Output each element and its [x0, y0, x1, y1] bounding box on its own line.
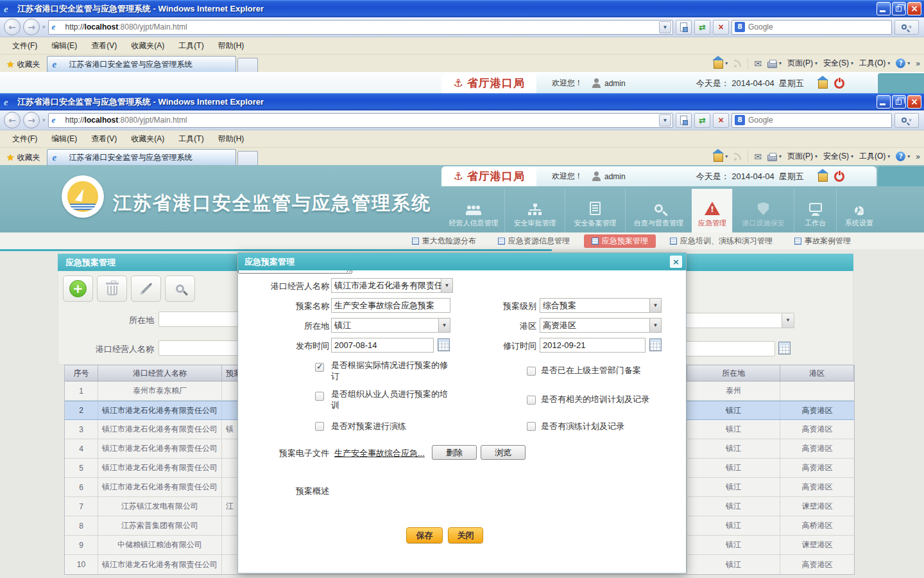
- title-bar[interactable]: e 江苏省港口安全监管与应急管理系统 - Windows Internet Ex…: [0, 93, 924, 110]
- search-box[interactable]: 8: [732, 20, 892, 35]
- url-dropdown-button[interactable]: ▼: [659, 114, 671, 127]
- stop-button[interactable]: ×: [713, 113, 729, 128]
- read-mail-button[interactable]: ✉: [754, 152, 762, 162]
- dropdown-arrow-icon[interactable]: ▼: [649, 319, 661, 332]
- revise-time-input[interactable]: [540, 338, 646, 353]
- back-button[interactable]: ←: [4, 19, 21, 35]
- refresh-button[interactable]: ⇄: [694, 20, 710, 35]
- checkbox-filed-superior[interactable]: [527, 367, 536, 376]
- port-area-select[interactable]: 高资港区▼: [540, 318, 662, 333]
- nav-safety-approval[interactable]: 安全审批管理: [504, 189, 565, 232]
- feeds-button[interactable]: [733, 152, 742, 161]
- overflow-chevron-icon[interactable]: »: [916, 59, 920, 68]
- menu-item[interactable]: 文件(F): [5, 130, 44, 147]
- subnav-emergency-plan[interactable]: 应急预案管理: [584, 234, 656, 248]
- menu-item[interactable]: 编辑(E): [44, 37, 84, 54]
- compatibility-view-button[interactable]: [676, 113, 692, 128]
- history-caret-icon[interactable]: ▾: [42, 117, 46, 123]
- calendar-icon[interactable]: [438, 338, 450, 351]
- minimize-button[interactable]: [877, 2, 891, 15]
- menu-item[interactable]: 帮助(H): [211, 37, 252, 54]
- nav-system-settings[interactable]: 系统设置: [836, 189, 882, 232]
- menu-item[interactable]: 编辑(E): [44, 130, 84, 147]
- forward-button[interactable]: →: [23, 112, 40, 128]
- search-input[interactable]: [748, 22, 889, 31]
- calendar-icon[interactable]: [649, 338, 662, 351]
- url-dropdown-button[interactable]: ▼: [659, 21, 671, 33]
- checkbox-plan-revised[interactable]: [315, 363, 324, 372]
- menu-item[interactable]: 查看(V): [84, 130, 124, 147]
- dialog-close-button[interactable]: ×: [670, 256, 682, 268]
- search-go-button[interactable]: ▾: [894, 113, 919, 128]
- publish-time-input[interactable]: [331, 338, 434, 353]
- subnav-accident-cases[interactable]: 事故案例管理: [787, 234, 859, 248]
- menu-item[interactable]: 工具(T): [171, 37, 210, 54]
- print-button[interactable]: ▾: [767, 59, 782, 68]
- location-select[interactable]: 镇江▼: [331, 318, 450, 333]
- feeds-button[interactable]: [733, 59, 742, 67]
- col-operator[interactable]: 港口经营人名称: [98, 365, 222, 381]
- plan-file-link[interactable]: 生产安全事故综合应急...: [334, 448, 425, 459]
- menu-item[interactable]: 工具(T): [171, 130, 210, 147]
- logout-icon[interactable]: [834, 78, 844, 89]
- delete-button[interactable]: [97, 276, 127, 302]
- history-caret-icon[interactable]: ▾: [42, 24, 46, 30]
- dropdown-arrow-icon[interactable]: ▼: [438, 319, 450, 332]
- title-bar[interactable]: e 江苏省港口安全监管与应急管理系统 - Windows Internet Ex…: [0, 0, 924, 17]
- dropdown-arrow-icon[interactable]: ▼: [441, 279, 452, 292]
- subnav-training-drills[interactable]: 应急培训、演练和演习管理: [662, 234, 780, 248]
- search-button[interactable]: [165, 276, 195, 302]
- tools-menu-button[interactable]: 工具(O)▾: [859, 151, 890, 162]
- checkbox-staff-training[interactable]: [315, 392, 324, 401]
- safety-menu-button[interactable]: 安全(S)▾: [823, 151, 853, 162]
- restore-button[interactable]: [892, 2, 906, 15]
- read-mail-button[interactable]: ✉: [754, 58, 762, 69]
- delete-file-button[interactable]: 删除: [432, 445, 477, 460]
- edit-button[interactable]: [131, 276, 161, 302]
- operator-select[interactable]: 镇江市港龙石化港务有限责任公▼: [331, 278, 453, 293]
- browser-tab[interactable]: e 江苏省港口安全监管与应急管理系统: [47, 56, 236, 72]
- print-button[interactable]: ▾: [767, 152, 782, 161]
- checkbox-drill-records[interactable]: [527, 422, 536, 431]
- menu-item[interactable]: 收藏夹(A): [124, 37, 171, 54]
- calendar-icon[interactable]: [778, 342, 791, 355]
- checkbox-training-records[interactable]: [527, 396, 536, 405]
- col-num[interactable]: 序号: [65, 365, 98, 381]
- nav-self-inspection[interactable]: 自查与督查管理: [625, 189, 692, 232]
- subnav-emergency-resources[interactable]: 应急资源信息管理: [490, 234, 578, 248]
- add-button[interactable]: +: [63, 276, 93, 302]
- page-menu-button[interactable]: 页面(P)▾: [787, 151, 817, 162]
- browser-tab[interactable]: e 江苏省港口安全监管与应急管理系统: [47, 149, 236, 165]
- site-home-icon[interactable]: [818, 173, 828, 182]
- refresh-button[interactable]: ⇄: [694, 113, 710, 128]
- url-field[interactable]: e http://localhost:8080/yjpt/Main.html ▼: [48, 113, 673, 128]
- minimize-button[interactable]: [877, 95, 891, 109]
- close-button[interactable]: ×: [907, 2, 921, 15]
- nav-operator-info[interactable]: 经营人信息管理: [443, 189, 504, 232]
- favorites-button[interactable]: ★ 收藏夹: [3, 57, 47, 72]
- nav-workbench[interactable]: 工作台: [794, 189, 836, 232]
- col-location[interactable]: 所在地: [687, 365, 780, 381]
- nav-emergency-management[interactable]: 应急管理: [692, 189, 732, 232]
- menu-item[interactable]: 查看(V): [84, 37, 124, 54]
- compatibility-view-button[interactable]: [676, 20, 692, 35]
- menu-item[interactable]: 文件(F): [5, 37, 44, 54]
- favorites-button[interactable]: ★ 收藏夹: [3, 150, 47, 165]
- restore-button[interactable]: [892, 95, 906, 109]
- checkbox-plan-drill[interactable]: [315, 422, 324, 431]
- menu-item[interactable]: 收藏夹(A): [124, 130, 171, 147]
- new-tab-stub[interactable]: [237, 151, 258, 165]
- plan-level-select[interactable]: 综合预案▼: [540, 298, 662, 313]
- new-tab-stub[interactable]: [237, 58, 258, 72]
- tools-menu-button[interactable]: 工具(O)▾: [859, 58, 890, 69]
- dropdown-arrow-icon[interactable]: ▼: [782, 313, 794, 328]
- page-menu-button[interactable]: 页面(P)▾: [787, 58, 817, 69]
- save-button[interactable]: 保存: [406, 527, 443, 543]
- menu-item[interactable]: 帮助(H): [211, 130, 252, 147]
- search-go-button[interactable]: ▾: [894, 20, 919, 35]
- close-button[interactable]: ×: [907, 95, 921, 109]
- logout-icon[interactable]: [834, 171, 844, 182]
- col-area[interactable]: 港区: [780, 365, 854, 381]
- safety-menu-button[interactable]: 安全(S)▾: [823, 58, 853, 69]
- home-button[interactable]: ▾: [714, 151, 728, 162]
